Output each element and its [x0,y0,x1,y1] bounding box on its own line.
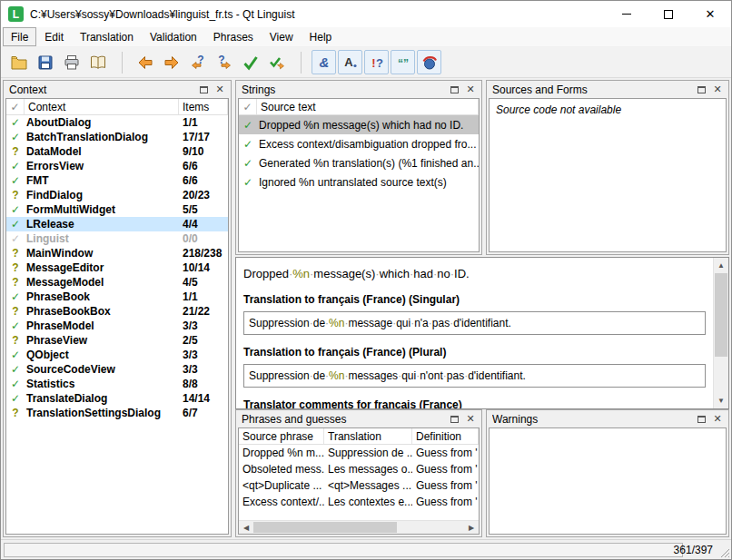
close-button[interactable]: ✕ [689,1,731,27]
context-row[interactable]: ✓ TranslateDialog 14/14 [6,391,228,406]
context-row[interactable]: ✓ QObject 3/3 [6,348,228,362]
maximize-button[interactable] [648,1,689,27]
scroll-up-icon[interactable]: ▲ [714,258,728,273]
context-row[interactable]: ? PhraseBookBox 21/22 [6,304,228,319]
context-items: 1/1 [183,290,228,303]
phrase-row[interactable]: Dropped %n m... Suppression de ... Guess… [239,445,479,461]
close-panel-button[interactable]: ✕ [462,412,479,427]
context-items: 218/238 [183,247,228,260]
scroll-right-icon[interactable]: ▶ [464,521,479,534]
done-copy-next-button[interactable] [264,50,289,74]
context-row[interactable]: ✓ BatchTranslationDialog 17/17 [6,130,228,144]
menu-item-translation[interactable]: Translation [72,27,142,46]
float-button[interactable] [446,83,462,97]
translator-comments-label: Translator comments for français (France… [243,398,706,408]
menu-item-edit[interactable]: Edit [36,27,72,46]
toggle-accelerators-button[interactable]: & [312,50,336,74]
toggle-place-markers-button[interactable] [417,50,441,74]
context-column-header[interactable]: Context [25,99,179,114]
items-column-header[interactable]: Items [179,99,228,114]
status-icon: ? [6,305,25,318]
context-row[interactable]: ? MainWindow 218/238 [6,246,228,260]
context-row[interactable]: ✓ PhraseModel 3/3 [6,319,228,333]
source-text-column-header[interactable]: Source text [257,99,479,114]
close-panel-button[interactable]: ✕ [462,83,479,97]
source-text-display: Dropped·%n·message(s)·which·had·no·ID. [243,267,706,280]
string-rows: ✓ Dropped %n message(s) which had no ID.… [239,115,479,192]
context-row[interactable]: ? PhraseView 2/5 [6,333,228,348]
string-row[interactable]: ✓ Generated %n translation(s) (%1 finish… [239,153,479,172]
status-icon: ✓ [6,131,25,143]
close-panel-button[interactable]: ✕ [709,412,726,427]
toggle-punctuation-button[interactable]: !? [364,50,389,74]
context-row[interactable]: ✓ ErrorsView 6/6 [6,159,228,173]
resize-grip[interactable] [718,546,730,558]
context-row[interactable]: ✓ LRelease 4/4 [6,217,228,231]
menu-item-help[interactable]: Help [302,27,341,46]
next-unfinished-button[interactable]: ? [212,50,236,74]
context-items: 4/5 [183,276,228,289]
translation-input[interactable]: Suppression·de·%n·messages·qui·n'ont·pas… [243,364,706,388]
scrollbar-thumb[interactable] [715,273,727,357]
phrase-book-button[interactable] [85,50,110,74]
phrase-row[interactable]: Excess context/... Les contextes e... Gu… [239,494,479,510]
translation-input[interactable]: Suppression·de·%n·message·qui·n'a·pas·d'… [243,311,706,335]
string-row[interactable]: ✓ Dropped %n message(s) which had no ID. [239,115,479,134]
close-panel-button[interactable]: ✕ [212,83,228,97]
context-name: MainWindow [25,247,183,260]
context-row[interactable]: ✓ AboutDialog 1/1 [6,115,228,130]
check-icon [242,54,260,72]
status-column-header[interactable]: ✓ [6,99,25,114]
context-row[interactable]: ? FindDialog 20/23 [6,188,228,202]
phrase-row[interactable]: Obsoleted mess... Les messages o... Gues… [239,461,479,477]
translation-column-header[interactable]: Translation [324,428,412,444]
menu-item-phrases[interactable]: Phrases [205,27,262,46]
source-phrase-column-header[interactable]: Source phrase [239,428,324,444]
status-column-header[interactable]: ✓ [239,99,257,114]
minimize-button[interactable] [606,1,648,27]
scrollbar-thumb[interactable] [253,522,397,533]
float-button[interactable] [693,83,709,97]
menu-item-file[interactable]: File [3,27,36,46]
prev-unfinished-button[interactable]: ? [185,50,210,74]
close-panel-button[interactable]: ✕ [709,83,726,97]
status-icon: ✓ [6,203,25,216]
toggle-phrase-matches-button[interactable]: “” [391,50,415,74]
open-file-button[interactable] [6,50,31,74]
status-bar: 361/397 [1,539,731,559]
context-name: FindDialog [25,189,183,201]
scroll-down-icon[interactable]: ▼ [714,393,728,408]
phrases-horizontal-scrollbar[interactable]: ◀ ▶ [239,520,479,534]
context-name: FormMultiWidget [25,203,183,216]
context-row[interactable]: ✓ Linguist 0/0 [6,231,228,246]
context-row[interactable]: ✓ FMT 6/6 [6,173,228,188]
status-icon: ✓ [6,218,25,231]
context-row[interactable]: ? MessageEditor 10/14 [6,260,228,275]
context-row[interactable]: ✓ FormMultiWidget 5/5 [6,202,228,217]
scroll-left-icon[interactable]: ◀ [239,521,253,534]
context-row[interactable]: ? TranslationSettingsDialog 6/7 [6,406,228,420]
string-row[interactable]: ✓ Ignored %n untranslated source text(s) [239,172,479,192]
context-row[interactable]: ✓ PhraseBook 1/1 [6,290,228,304]
toggle-whitespace-button[interactable]: A [338,50,362,74]
float-button[interactable] [195,83,212,97]
context-row[interactable]: ✓ Statistics 8/8 [6,377,228,391]
phrase-row[interactable]: <qt>Duplicate ... <qt>Messages ... Guess… [239,477,479,494]
context-row[interactable]: ? DataModel 9/10 [6,144,228,159]
context-items: 14/14 [183,392,228,405]
menu-item-validation[interactable]: Validation [142,27,205,46]
context-row[interactable]: ? MessageModel 4/5 [6,275,228,290]
float-button[interactable] [693,412,709,427]
float-button[interactable] [446,412,462,427]
print-button[interactable] [59,50,84,74]
editor-scrollbar[interactable]: ▲ ▼ [713,258,728,408]
definition-column-header[interactable]: Definition [412,428,479,444]
context-row[interactable]: ✓ SourceCodeView 3/3 [6,362,228,377]
phrases-and-guesses-panel: Phrases and guesses ✕ Source phrase Tran… [235,409,482,537]
string-row[interactable]: ✓ Excess context/disambiguation dropped … [239,134,479,153]
save-button[interactable] [33,50,57,74]
next-button[interactable] [159,50,183,74]
done-next-button[interactable] [238,50,262,74]
menu-item-view[interactable]: View [262,27,302,46]
prev-button[interactable] [133,50,157,74]
